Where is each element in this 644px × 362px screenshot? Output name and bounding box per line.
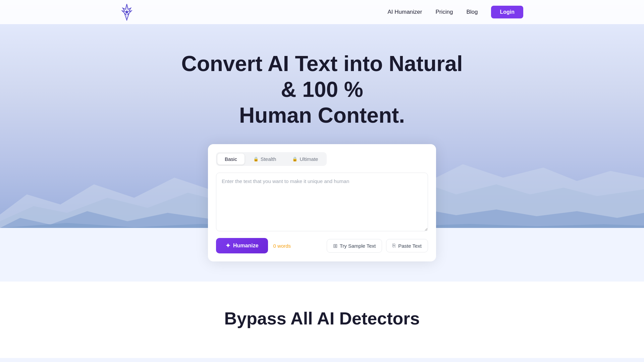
humanize-button[interactable]: ✦ Humanize xyxy=(216,238,268,253)
blog-link[interactable]: Blog xyxy=(466,9,478,15)
bottom-section: Bypass All AI Detectors xyxy=(0,282,644,358)
logo[interactable] xyxy=(121,3,133,21)
text-input[interactable] xyxy=(216,173,428,231)
sparkle-icon: ✦ xyxy=(225,242,230,249)
card-footer: ✦ Humanize 0 words ⊞ Try Sample Text ⎘ P… xyxy=(216,238,428,253)
tab-stealth[interactable]: 🔒 Stealth xyxy=(246,154,284,165)
navbar: AI Humanizer Pricing Blog Login xyxy=(0,0,644,24)
word-count: 0 words xyxy=(273,243,291,249)
pricing-link[interactable]: Pricing xyxy=(435,9,453,15)
bypass-title: Bypass All AI Detectors xyxy=(0,308,644,328)
tab-basic[interactable]: Basic xyxy=(217,154,245,165)
footer-left: ✦ Humanize 0 words xyxy=(216,238,291,253)
ultimate-lock-icon: 🔒 xyxy=(292,157,298,162)
logo-icon xyxy=(121,3,133,21)
stealth-lock-icon: 🔒 xyxy=(253,157,259,162)
mode-tabs: Basic 🔒 Stealth 🔒 Ultimate xyxy=(216,152,327,166)
sample-icon: ⊞ xyxy=(333,243,337,249)
login-button[interactable]: Login xyxy=(491,6,523,18)
humanizer-card: Basic 🔒 Stealth 🔒 Ultimate ✦ Hum xyxy=(208,144,436,261)
footer-right: ⊞ Try Sample Text ⎘ Paste Text xyxy=(327,239,428,253)
try-sample-button[interactable]: ⊞ Try Sample Text xyxy=(327,239,382,253)
hero-title: Convert AI Text into Natural & 100 % Hum… xyxy=(171,51,473,128)
ai-humanizer-link[interactable]: AI Humanizer xyxy=(387,9,422,15)
paste-icon: ⎘ xyxy=(392,243,396,249)
nav-links: AI Humanizer Pricing Blog Login xyxy=(387,6,523,18)
tab-ultimate[interactable]: 🔒 Ultimate xyxy=(285,154,325,165)
hero-section: Convert AI Text into Natural & 100 % Hum… xyxy=(0,24,644,282)
paste-text-button[interactable]: ⎘ Paste Text xyxy=(386,239,428,252)
